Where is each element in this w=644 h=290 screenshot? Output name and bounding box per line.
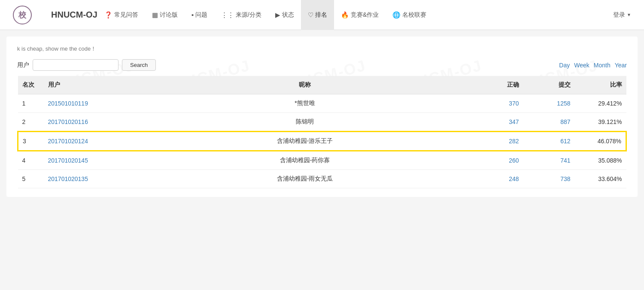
logo-icon: 校 xyxy=(13,6,32,24)
user-link-4[interactable]: 201701020135 xyxy=(48,175,88,182)
col-submit: 提交 xyxy=(523,76,575,94)
header: 校 HNUCM-OJ ❓常见问答▦讨论版▪问题⋮⋮来源/分类▶状态♡排名🔥竞赛&… xyxy=(0,0,644,30)
login-label: 登录 xyxy=(613,11,625,19)
university-icon: 🌐 xyxy=(392,11,401,19)
cell-correct-1: 347 xyxy=(472,113,523,132)
status-icon: ▶ xyxy=(275,11,280,19)
cell-submit-1: 887 xyxy=(523,113,575,132)
time-filters: DayWeekMonthYear xyxy=(559,62,627,69)
user-link-2[interactable]: 201701020124 xyxy=(48,138,88,145)
login-button[interactable]: 登录 ▼ xyxy=(613,11,631,19)
logo-area: 校 xyxy=(13,6,32,24)
cell-ratio-2: 46.078% xyxy=(575,132,626,151)
cell-rank-1: 2 xyxy=(18,113,44,132)
search-row: 用户 Search DayWeekMonthYear xyxy=(17,59,627,71)
rank-table: 名次 用户 昵称 正确 提交 比率 1 201501010119 *熊世唯 37… xyxy=(17,76,627,188)
cell-nickname-4: 含浦幼稚园-雨女无瓜 xyxy=(138,170,472,188)
source-icon: ⋮⋮ xyxy=(221,11,234,19)
nav-label-status: 状态 xyxy=(282,11,294,19)
cell-correct-0: 370 xyxy=(472,94,523,113)
login-arrow: ▼ xyxy=(627,12,631,17)
cell-user-3: 201701020145 xyxy=(44,151,138,170)
nav-label-university: 名校联赛 xyxy=(402,11,426,19)
site-title: HNUCM-OJ xyxy=(51,10,97,20)
cell-submit-4: 738 xyxy=(523,170,575,188)
cell-rank-4: 5 xyxy=(18,170,44,188)
time-filter-year[interactable]: Year xyxy=(615,62,627,69)
nav-label-faq: 常见问答 xyxy=(114,11,138,19)
user-link-0[interactable]: 201501010119 xyxy=(48,100,88,107)
contest-icon: 🔥 xyxy=(341,11,349,19)
search-label: 用户 xyxy=(17,61,29,69)
cell-nickname-0: *熊世唯 xyxy=(138,94,472,113)
cell-ratio-3: 35.088% xyxy=(575,151,626,170)
main-nav: ❓常见问答▦讨论版▪问题⋮⋮来源/分类▶状态♡排名🔥竞赛&作业🌐名校联赛 登录 … xyxy=(97,0,631,30)
cell-submit-2: 612 xyxy=(523,132,575,151)
cell-rank-0: 1 xyxy=(18,94,44,113)
rank-icon: ♡ xyxy=(308,11,313,19)
col-ratio: 比率 xyxy=(575,76,626,94)
col-user: 用户 xyxy=(44,76,138,94)
nav-label-contest: 竞赛&作业 xyxy=(351,11,379,19)
nav-label-rank: 排名 xyxy=(315,11,327,19)
cell-ratio-4: 33.604% xyxy=(575,170,626,188)
nav-item-university[interactable]: 🌐名校联赛 xyxy=(386,0,433,30)
col-rank: 名次 xyxy=(18,76,44,94)
nav-item-rank[interactable]: ♡排名 xyxy=(301,0,334,30)
cell-correct-3: 260 xyxy=(472,151,523,170)
nav-label-forum: 讨论版 xyxy=(160,11,178,19)
cell-correct-2: 282 xyxy=(472,132,523,151)
cell-user-4: 201701020135 xyxy=(44,170,138,188)
nav-item-source[interactable]: ⋮⋮来源/分类 xyxy=(214,0,268,30)
cell-nickname-3: 含浦幼稚园-药你寡 xyxy=(138,151,472,170)
forum-icon: ▦ xyxy=(152,11,158,19)
user-link-1[interactable]: 201701020116 xyxy=(48,118,88,125)
cell-correct-4: 248 xyxy=(472,170,523,188)
cell-ratio-0: 29.412% xyxy=(575,94,626,113)
search-area: 用户 Search xyxy=(17,59,156,71)
cell-user-1: 201701020116 xyxy=(44,113,138,132)
table-row: 1 201501010119 *熊世唯 370 1258 29.412% xyxy=(18,94,626,113)
time-filter-month[interactable]: Month xyxy=(594,62,611,69)
nav-item-problems[interactable]: ▪问题 xyxy=(185,0,214,30)
page-subtitle: k is cheap, show me the code！ xyxy=(17,45,627,53)
nav-item-forum[interactable]: ▦讨论版 xyxy=(145,0,185,30)
nav-label-source: 来源/分类 xyxy=(236,11,261,19)
cell-user-0: 201501010119 xyxy=(44,94,138,113)
cell-nickname-1: 陈锦明 xyxy=(138,113,472,132)
problems-icon: ▪ xyxy=(191,11,194,18)
nav-item-contest[interactable]: 🔥竞赛&作业 xyxy=(334,0,386,30)
col-correct: 正确 xyxy=(472,76,523,94)
cell-user-2: 201701020124 xyxy=(44,132,138,151)
main-content: HNUCM-OJ HNUCM-OJ HNUCM-OJ HNUCM-OJ HNUC… xyxy=(6,36,638,197)
cell-rank-3: 4 xyxy=(18,151,44,170)
search-input[interactable] xyxy=(33,59,118,71)
table-row: 2 201701020116 陈锦明 347 887 39.121% xyxy=(18,113,626,132)
nav-item-status[interactable]: ▶状态 xyxy=(268,0,301,30)
nav-item-faq[interactable]: ❓常见问答 xyxy=(97,0,145,30)
user-link-3[interactable]: 201701020145 xyxy=(48,157,88,164)
faq-icon: ❓ xyxy=(104,11,112,19)
search-button[interactable]: Search xyxy=(122,59,156,71)
cell-rank-2: 3 xyxy=(18,132,44,151)
time-filter-week[interactable]: Week xyxy=(574,62,589,69)
table-row: 3 201701020124 含浦幼稚园-游乐王子 282 612 46.078… xyxy=(18,132,626,151)
table-header-row: 名次 用户 昵称 正确 提交 比率 xyxy=(18,76,626,94)
col-nickname: 昵称 xyxy=(138,76,472,94)
time-filter-day[interactable]: Day xyxy=(559,62,570,69)
cell-submit-0: 1258 xyxy=(523,94,575,113)
cell-nickname-2: 含浦幼稚园-游乐王子 xyxy=(138,132,472,151)
cell-submit-3: 741 xyxy=(523,151,575,170)
nav-label-problems: 问题 xyxy=(195,11,207,19)
cell-ratio-1: 39.121% xyxy=(575,113,626,132)
table-row: 4 201701020145 含浦幼稚园-药你寡 260 741 35.088% xyxy=(18,151,626,170)
table-row: 5 201701020135 含浦幼稚园-雨女无瓜 248 738 33.604… xyxy=(18,170,626,188)
